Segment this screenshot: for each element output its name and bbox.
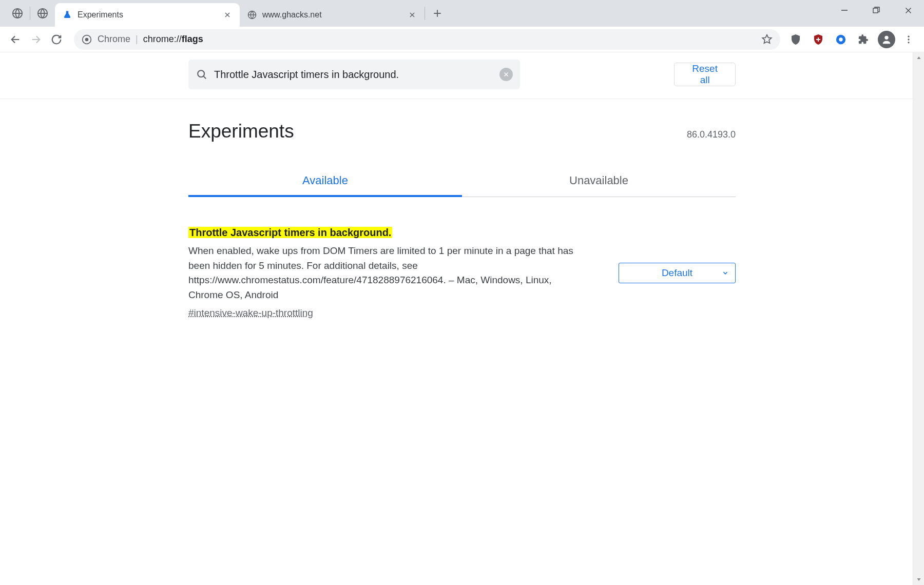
flag-hash-link[interactable]: #intensive-wake-up-throttling [188,307,313,319]
flags-search-header: Throttle Javascript timers in background… [0,52,924,99]
flag-description: When enabled, wake ups from DOM Timers a… [188,244,588,302]
maximize-button[interactable] [860,0,892,21]
vertical-scrollbar[interactable] [913,52,924,585]
minimize-button[interactable] [829,0,860,21]
url-path-prefix: chrome:// [143,34,182,45]
tab-available[interactable]: Available [188,167,462,197]
scroll-up-arrow[interactable] [913,52,925,64]
window-globe-icon-2[interactable] [30,0,55,27]
flags-tabs: Available Unavailable [188,167,736,197]
tab-close-button[interactable] [222,10,233,20]
flag-state-select[interactable]: Default [619,263,736,283]
forward-button[interactable] [26,29,46,50]
page-title: Experiments [188,121,294,142]
bookmark-star-icon[interactable] [761,33,773,46]
profile-avatar[interactable] [878,31,895,48]
shield-ext-icon[interactable] [809,30,827,49]
search-query-text: Throttle Javascript timers in background… [214,69,499,81]
circle-ext-icon[interactable] [832,30,850,49]
reload-button[interactable] [46,29,67,50]
tab-title: Experiments [78,10,222,20]
flask-icon [62,10,72,20]
new-tab-button[interactable] [427,3,448,24]
svg-point-5 [85,37,89,41]
extensions-puzzle-icon[interactable] [854,30,873,49]
flag-name: Throttle Javascript timers in background… [188,227,392,238]
toolbar: Chrome | chrome://flags [0,27,924,52]
separator [425,7,425,20]
window-globe-icon-1[interactable] [5,0,30,27]
window-close-button[interactable] [892,0,924,21]
window-controls [829,0,924,27]
scroll-down-arrow[interactable] [913,574,925,585]
tab-close-button[interactable] [407,10,417,20]
svg-point-9 [908,35,909,37]
chrome-logo-icon [81,34,92,45]
tab-unavailable[interactable]: Unavailable [462,167,736,197]
tab-strip: Experiments www.ghacks.net [0,0,924,27]
svg-point-7 [839,37,842,41]
chrome-version-label: 86.0.4193.0 [687,129,736,140]
menu-button[interactable] [898,29,919,50]
svg-point-11 [908,42,909,43]
address-bar[interactable]: Chrome | chrome://flags [74,29,780,50]
back-button[interactable] [5,29,26,50]
tab-experiments[interactable]: Experiments [55,3,240,27]
flag-entry: Throttle Javascript timers in background… [188,227,736,319]
svg-rect-3 [873,8,878,13]
ublock-icon[interactable] [786,30,805,49]
reset-all-button[interactable]: Reset all [674,63,736,86]
chevron-down-icon [722,269,729,277]
url-scheme-label: Chrome [98,34,130,45]
flag-select-value: Default [662,267,692,279]
url-path-emph: flags [182,34,203,45]
svg-point-8 [884,35,888,39]
url-separator: | [136,34,138,45]
search-icon [196,68,208,81]
flags-search-input[interactable]: Throttle Javascript timers in background… [188,60,520,89]
svg-point-10 [908,38,909,40]
globe-icon [247,10,257,20]
tab-title: www.ghacks.net [262,10,407,20]
svg-point-12 [198,70,204,77]
tab-ghacks[interactable]: www.ghacks.net [240,3,425,27]
page-content: Throttle Javascript timers in background… [0,52,924,585]
clear-search-button[interactable] [499,68,513,81]
